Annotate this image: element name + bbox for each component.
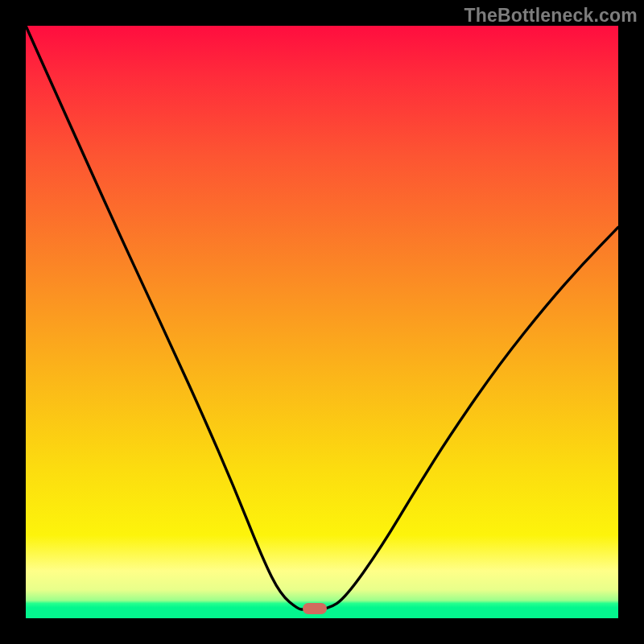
optimum-marker [303,603,327,614]
bottleneck-curve [26,26,618,618]
watermark-text: TheBottleneck.com [464,5,638,27]
plot-area [26,26,618,618]
chart-frame: TheBottleneck.com [0,0,644,644]
